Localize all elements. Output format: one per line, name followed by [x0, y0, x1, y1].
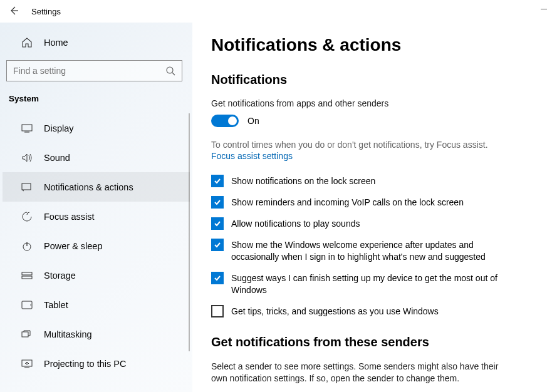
- checkbox-label: Get tips, tricks, and suggestions as you…: [231, 305, 439, 317]
- display-icon: [21, 124, 33, 133]
- section-senders-title: Get notifications from these senders: [211, 335, 538, 349]
- sidebar-item-focus-assist[interactable]: Focus assist: [3, 202, 190, 231]
- sidebar-item-storage[interactable]: Storage: [3, 260, 190, 290]
- senders-description: Select a sender to see more settings. So…: [211, 361, 499, 385]
- svg-rect-4: [22, 272, 32, 275]
- checkbox[interactable]: [211, 272, 224, 284]
- svg-rect-8: [22, 332, 28, 337]
- sidebar-item-label: Storage: [44, 271, 76, 281]
- sidebar-item-label: Tablet: [44, 300, 68, 310]
- home-label: Home: [44, 38, 68, 48]
- sidebar-item-sound[interactable]: Sound: [3, 143, 190, 172]
- projecting-icon: [21, 359, 33, 368]
- sidebar-item-label: Projecting to this PC: [44, 359, 126, 369]
- sidebar-item-label: Focus assist: [44, 212, 95, 222]
- checkbox-row: Show reminders and incoming VoIP calls o…: [211, 196, 499, 209]
- checkbox[interactable]: [211, 217, 224, 230]
- sidebar-item-label: Display: [44, 123, 74, 133]
- focus-assist-settings-link[interactable]: Focus assist settings: [211, 151, 293, 161]
- back-button[interactable]: [9, 6, 19, 18]
- sidebar-item-display[interactable]: Display: [3, 113, 190, 143]
- scrollbar[interactable]: [189, 113, 190, 351]
- checkbox[interactable]: [211, 305, 224, 317]
- titlebar: Settings: [0, 0, 557, 23]
- minimize-button[interactable]: [541, 9, 547, 9]
- checkbox-row: Allow notifications to play sounds: [211, 217, 499, 230]
- content-area: Notifications & actions Notifications Ge…: [192, 23, 557, 392]
- checkbox-label: Show notifications on the lock screen: [231, 175, 375, 187]
- category-label: System: [3, 89, 190, 113]
- checkbox[interactable]: [211, 175, 224, 187]
- focus-assist-help-text: To control times when you do or don't ge…: [211, 140, 499, 150]
- sidebar-item-multitasking[interactable]: Multitasking: [3, 319, 190, 349]
- sidebar: Home System Display Sound Not: [0, 23, 192, 392]
- home-icon: [21, 37, 33, 48]
- get-notifications-label: Get notifications from apps and other se…: [211, 98, 538, 108]
- search-input[interactable]: [7, 61, 182, 81]
- power-icon: [21, 241, 33, 251]
- checkbox[interactable]: [211, 196, 224, 209]
- toggle-state-label: On: [247, 116, 259, 126]
- page-title: Notifications & actions: [211, 35, 538, 55]
- svg-rect-2: [22, 183, 31, 190]
- checkbox-label: Suggest ways I can finish setting up my …: [231, 272, 499, 296]
- svg-rect-1: [22, 125, 32, 131]
- section-notifications-title: Notifications: [211, 73, 538, 87]
- multitasking-icon: [21, 330, 33, 339]
- sidebar-item-notifications[interactable]: Notifications & actions: [3, 172, 190, 202]
- svg-point-0: [167, 67, 173, 73]
- notifications-icon: [21, 183, 33, 192]
- checkbox-row: Show me the Windows welcome experience a…: [211, 239, 499, 263]
- storage-icon: [21, 272, 33, 279]
- checkbox-row: Get tips, tricks, and suggestions as you…: [211, 305, 499, 317]
- sidebar-item-power[interactable]: Power & sleep: [3, 231, 190, 260]
- focus-assist-icon: [21, 211, 33, 222]
- sidebar-item-projecting[interactable]: Projecting to this PC: [3, 349, 190, 378]
- checkbox-label: Allow notifications to play sounds: [231, 217, 360, 230]
- sidebar-item-tablet[interactable]: Tablet: [3, 290, 190, 319]
- sidebar-item-label: Multitasking: [44, 329, 92, 339]
- sidebar-item-label: Power & sleep: [44, 241, 103, 251]
- svg-point-7: [30, 304, 31, 306]
- checkbox-label: Show me the Windows welcome experience a…: [231, 239, 499, 263]
- checkbox-label: Show reminders and incoming VoIP calls o…: [231, 196, 464, 209]
- window-title: Settings: [31, 7, 61, 16]
- checkbox-row: Suggest ways I can finish setting up my …: [211, 272, 499, 296]
- notifications-toggle[interactable]: [211, 115, 239, 127]
- checkbox-row: Show notifications on the lock screen: [211, 175, 499, 187]
- sidebar-item-label: Notifications & actions: [44, 182, 133, 192]
- sound-icon: [21, 153, 33, 163]
- sidebar-item-label: Sound: [44, 153, 70, 163]
- search-icon: [165, 66, 175, 78]
- nav-list: Display Sound Notifications & actions Fo…: [3, 113, 190, 392]
- tablet-icon: [21, 301, 33, 309]
- home-link[interactable]: Home: [3, 30, 190, 55]
- checkbox[interactable]: [211, 239, 224, 251]
- search-box[interactable]: [6, 60, 182, 81]
- svg-rect-5: [22, 276, 32, 279]
